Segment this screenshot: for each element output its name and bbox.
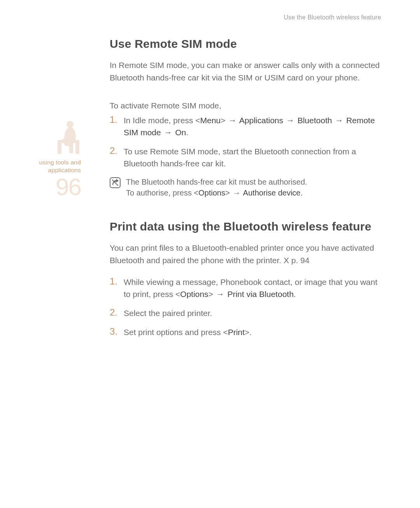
kw-menu: Menu (200, 116, 221, 125)
main-content: Use Remote SIM mode In Remote SIM mode, … (110, 37, 382, 345)
note-icon (110, 177, 121, 188)
step-1: 1. In Idle mode, press <Menu> → Applicat… (110, 114, 382, 138)
sidebar-label-line1: using tools and (39, 159, 81, 166)
text-fragment: >. (245, 328, 252, 337)
step-text: In Idle mode, press <Menu> → Application… (124, 116, 375, 137)
intro-print-data: You can print files to a Bluetooth-enabl… (110, 242, 382, 267)
step-text: Select the paired printer. (124, 309, 212, 318)
text-fragment: You can print files to a Bluetooth-enabl… (110, 243, 374, 265)
text-fragment: > (208, 290, 215, 299)
xref-page: p. 94 (289, 256, 310, 265)
step-1: 1. While viewing a message, Phonebook co… (110, 276, 382, 300)
step-number: 1. (110, 275, 117, 287)
heading-remote-sim: Use Remote SIM mode (110, 37, 382, 51)
page: Use the Bluetooth wireless feature using… (0, 0, 420, 508)
arrow-icon: → (285, 116, 295, 125)
arrow-icon: → (163, 128, 173, 137)
heading-print-data: Print data using the Bluetooth wireless … (110, 220, 382, 233)
text-fragment: . (186, 128, 188, 137)
svg-rect-3 (75, 142, 79, 154)
text-fragment: Set print options and press < (124, 328, 228, 337)
text-fragment: . (301, 189, 303, 197)
intro-remote-sim: In Remote SIM mode, you can make or answ… (110, 59, 382, 84)
text-fragment: In Idle mode, press < (124, 116, 200, 125)
kw-print-via-bluetooth: Print via Bluetooth (225, 290, 294, 299)
kw-options: Options (198, 189, 225, 197)
xref-marker: X (284, 256, 289, 265)
svg-rect-2 (58, 142, 61, 154)
step-2: 2. Select the paired printer. (110, 307, 382, 319)
step-2: 2. To use Remote SIM mode, start the Blu… (110, 145, 382, 169)
sidebar-figure-icon (30, 119, 81, 154)
kw-applications: Applications (237, 116, 285, 125)
sidebar-section-label: using tools and applications (30, 159, 81, 174)
step-number: 2. (110, 145, 117, 157)
kw-options: Options (180, 290, 208, 299)
text-fragment: > (225, 189, 232, 197)
step-text: To use Remote SIM mode, start the Blueto… (124, 147, 356, 168)
arrow-icon: → (215, 290, 225, 299)
sidebar: using tools and applications 96 (30, 119, 81, 199)
text-fragment: To authorise, press < (126, 189, 198, 197)
step-number: 3. (110, 325, 117, 337)
kw-on: On (173, 128, 186, 137)
lead-in-remote-sim: To activate Remote SIM mode, (110, 100, 382, 112)
step-number: 1. (110, 113, 117, 126)
text-fragment: . (294, 290, 296, 299)
note-line1: The Bluetooth hands-free car kit must be… (126, 178, 307, 186)
step-number: 2. (110, 306, 117, 318)
running-head: Use the Bluetooth wireless feature (284, 14, 382, 21)
arrow-icon: → (228, 116, 237, 125)
kw-bluetooth: Bluetooth (295, 116, 334, 125)
arrow-icon: → (232, 189, 241, 197)
text-fragment: > (220, 116, 228, 125)
arrow-icon: → (334, 116, 344, 125)
note-line2: To authorise, press <Options> → Authoris… (126, 189, 303, 197)
step-text: Set print options and press <Print>. (124, 328, 252, 337)
sidebar-label-line2: applications (48, 167, 81, 173)
kw-authorise-device: Authorise device (241, 189, 300, 197)
steps-print-data: 1. While viewing a message, Phonebook co… (110, 276, 382, 338)
steps-remote-sim: 1. In Idle mode, press <Menu> → Applicat… (110, 114, 382, 169)
page-number: 96 (30, 175, 81, 199)
kw-print: Print (228, 328, 245, 337)
step-text: While viewing a message, Phonebook conta… (124, 278, 378, 299)
note-block: The Bluetooth hands-free car kit must be… (110, 176, 382, 198)
section-print-data: Print data using the Bluetooth wireless … (110, 220, 382, 338)
step-3: 3. Set print options and press <Print>. (110, 326, 382, 338)
